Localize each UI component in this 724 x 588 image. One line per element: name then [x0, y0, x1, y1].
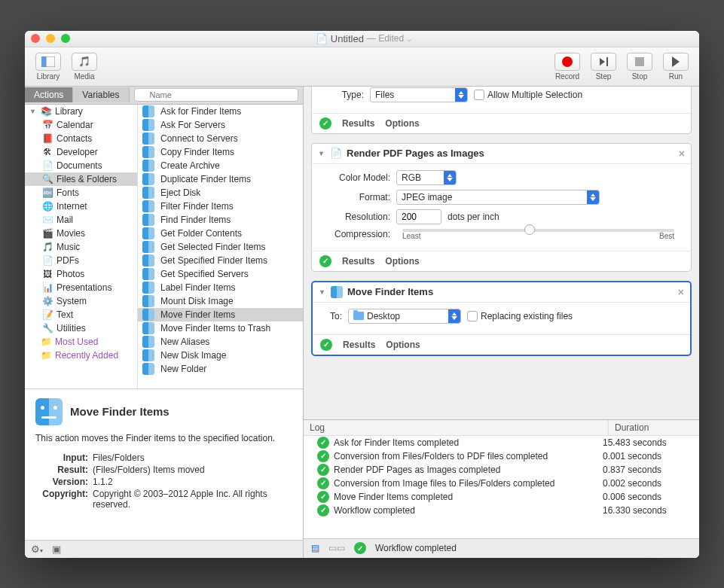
action-item[interactable]: Eject Disk: [138, 186, 303, 200]
category-item[interactable]: 🖼Photos: [25, 267, 137, 281]
most-used[interactable]: 📁Most Used: [25, 335, 137, 349]
step-label: Step: [596, 72, 612, 81]
action-item[interactable]: Ask For Servers: [138, 118, 303, 132]
format-label: Format:: [322, 192, 390, 203]
finder-icon: [142, 268, 154, 280]
action-item[interactable]: Create Archive: [138, 159, 303, 172]
color-value: RGB: [402, 172, 421, 183]
close-icon[interactable]: ×: [679, 148, 685, 160]
finder-icon: [142, 187, 154, 199]
color-model-popup[interactable]: RGB: [396, 170, 457, 185]
zoom-window-button[interactable]: [61, 34, 70, 43]
action-item[interactable]: Duplicate Finder Items: [138, 172, 303, 186]
recently-added[interactable]: 📁Recently Added: [25, 349, 137, 362]
allow-multi-checkbox[interactable]: Allow Multiple Selection: [474, 90, 582, 100]
category-item[interactable]: 🎬Movies: [25, 227, 137, 240]
type-label: Type:: [322, 90, 364, 100]
close-icon[interactable]: ×: [678, 286, 684, 298]
copyright-value: Copyright © 2003–2012 Apple Inc. All rig…: [93, 489, 292, 510]
category-item[interactable]: 🛠Developer: [25, 145, 137, 159]
action-item[interactable]: Copy Finder Items: [138, 145, 303, 159]
log-column-header[interactable]: Log: [304, 420, 609, 435]
finder-icon: [142, 227, 154, 239]
action-item[interactable]: Find Finder Items: [138, 213, 303, 227]
category-item[interactable]: 🔍Files & Folders: [25, 172, 137, 186]
format-popup[interactable]: JPEG image: [396, 190, 600, 205]
category-item[interactable]: 📄Documents: [25, 159, 137, 172]
action-item[interactable]: Get Specified Finder Items: [138, 254, 303, 267]
category-item[interactable]: 🔤Fonts: [25, 186, 137, 200]
action-item[interactable]: Get Selected Finder Items: [138, 240, 303, 254]
results-button[interactable]: Results: [343, 340, 375, 350]
action-item[interactable]: Move Finder Items to Trash: [138, 321, 303, 335]
titlebar: 📄 Untitled — Edited ⌵: [25, 31, 699, 47]
details-description: This action moves the Finder items to th…: [35, 433, 292, 443]
resolution-label: Resolution:: [322, 212, 390, 222]
options-button[interactable]: Options: [386, 340, 420, 350]
record-button[interactable]: Record: [550, 51, 585, 82]
results-button[interactable]: Results: [342, 118, 374, 129]
action-item[interactable]: Ask for Finder Items: [138, 105, 303, 118]
category-item[interactable]: 📝Text: [25, 308, 137, 321]
minimize-window-button[interactable]: [46, 34, 55, 43]
options-button[interactable]: Options: [385, 256, 419, 267]
category-item[interactable]: 📕Contacts: [25, 132, 137, 145]
category-item[interactable]: 📄PDFs: [25, 254, 137, 267]
close-window-button[interactable]: [31, 34, 40, 43]
run-button[interactable]: Run: [658, 51, 693, 82]
category-item[interactable]: 🔧Utilities: [25, 321, 137, 335]
category-item[interactable]: 🎵Music: [25, 240, 137, 254]
action-card-move-finder[interactable]: ▼ Move Finder Items × To: Desktop Replac…: [311, 281, 692, 356]
gear-icon[interactable]: ⚙︎▾: [31, 544, 43, 555]
stop-button[interactable]: Stop: [622, 51, 657, 82]
flow-view-icon[interactable]: ▭▭: [328, 543, 345, 553]
step-button[interactable]: Step: [586, 51, 621, 82]
search-input[interactable]: [134, 88, 299, 102]
color-model-label: Color Model:: [322, 172, 390, 183]
disclosure-icon[interactable]: ▼: [318, 150, 325, 157]
workflow-area[interactable]: Start at: Documents Type: Files Allow Mu…: [304, 87, 699, 419]
library-root[interactable]: ▼📚Library: [25, 105, 137, 118]
list-view-icon[interactable]: ▤: [311, 543, 319, 553]
category-item[interactable]: 📅Calendar: [25, 118, 137, 132]
title-dropdown-icon[interactable]: ⌵: [407, 35, 411, 43]
action-item[interactable]: Filter Finder Items: [138, 200, 303, 213]
action-card-render-pdf[interactable]: ▼ 📄 Render PDF Pages as Images × Color M…: [311, 143, 692, 272]
action-item[interactable]: Get Folder Contents: [138, 227, 303, 240]
replacing-checkbox[interactable]: Replacing existing files: [467, 311, 573, 321]
log-row: ✓Move Finder Items completed0.006 second…: [304, 490, 699, 504]
action-card-ask-finder[interactable]: Start at: Documents Type: Files Allow Mu…: [311, 87, 692, 134]
finder-icon: [142, 105, 154, 117]
action-item[interactable]: Connect to Servers: [138, 132, 303, 145]
tab-actions[interactable]: Actions: [25, 87, 73, 102]
pdf-icon: 📄: [330, 148, 342, 159]
category-item[interactable]: ⚙️System: [25, 294, 137, 308]
action-item[interactable]: New Aliases: [138, 335, 303, 349]
action-item[interactable]: New Disk Image: [138, 349, 303, 362]
finder-icon: [142, 349, 154, 361]
action-item[interactable]: Move Finder Items: [138, 308, 303, 321]
duration-column-header[interactable]: Duration: [609, 420, 699, 435]
action-item[interactable]: Get Specified Servers: [138, 267, 303, 281]
to-popup[interactable]: Desktop: [348, 309, 461, 324]
type-popup[interactable]: Files: [370, 87, 468, 102]
action-item[interactable]: New Folder: [138, 362, 303, 376]
category-item[interactable]: 🌐Internet: [25, 200, 137, 213]
window-controls: [31, 34, 70, 43]
category-item[interactable]: ✉️Mail: [25, 213, 137, 227]
category-item[interactable]: 📊Presentations: [25, 281, 137, 294]
action-item[interactable]: Label Finder Items: [138, 281, 303, 294]
disclosure-icon[interactable]: ▼: [319, 288, 326, 296]
library-toggle-button[interactable]: Library: [31, 51, 66, 82]
footer-toggle-icon[interactable]: ▣: [52, 544, 61, 555]
finder-icon: [142, 363, 154, 375]
media-button[interactable]: 🎵 Media: [67, 51, 102, 82]
options-button[interactable]: Options: [385, 118, 419, 129]
allow-multi-label: Allow Multiple Selection: [487, 90, 582, 100]
results-button[interactable]: Results: [342, 256, 374, 267]
resolution-input[interactable]: [396, 209, 441, 224]
tab-variables[interactable]: Variables: [73, 87, 129, 102]
compression-slider[interactable]: [402, 229, 674, 232]
media-icon: 🎵: [78, 56, 90, 67]
action-item[interactable]: Mount Disk Image: [138, 294, 303, 308]
